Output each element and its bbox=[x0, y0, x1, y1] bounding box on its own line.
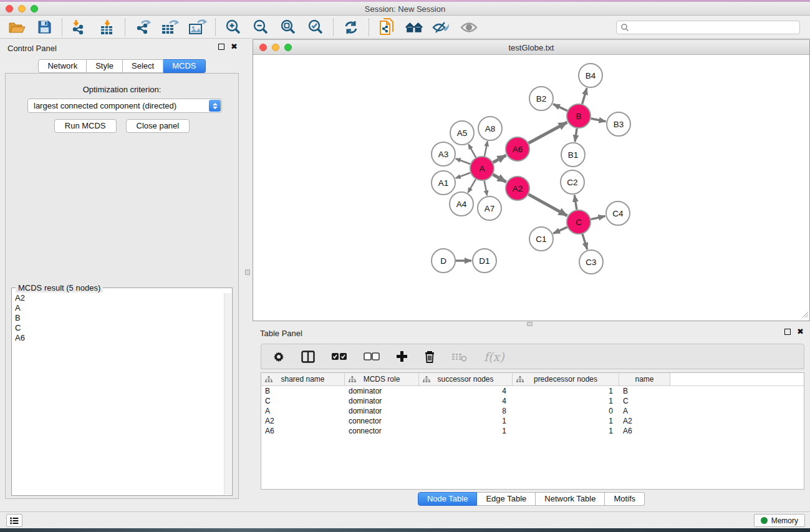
mcds-result-item[interactable]: A2 bbox=[12, 293, 224, 303]
tab-node-table[interactable]: Node Table bbox=[418, 492, 478, 506]
add-column-icon[interactable] bbox=[396, 351, 408, 362]
deselect-all-rows-icon[interactable] bbox=[364, 352, 380, 360]
close-panel-icon[interactable]: ✖ bbox=[231, 44, 238, 50]
node-A1[interactable]: A1 bbox=[432, 171, 455, 195]
import-table-button[interactable] bbox=[98, 19, 117, 36]
zoom-out-button[interactable] bbox=[251, 19, 270, 36]
zoom-in-button[interactable] bbox=[224, 19, 243, 36]
cell-MCDS-role[interactable]: connector bbox=[345, 426, 419, 436]
zoom-fit-button[interactable] bbox=[279, 19, 297, 36]
cell-successor-nodes[interactable]: 1 bbox=[419, 426, 513, 436]
open-session-button[interactable] bbox=[7, 19, 26, 36]
edge-A-A7[interactable] bbox=[485, 181, 487, 196]
node-A4[interactable]: A4 bbox=[450, 192, 473, 216]
node-B3[interactable]: B3 bbox=[607, 112, 630, 136]
edge-A-A3[interactable] bbox=[456, 158, 471, 164]
node-B1[interactable]: B1 bbox=[561, 143, 585, 167]
tab-style[interactable]: Style bbox=[87, 59, 123, 73]
cell-shared-name[interactable]: A bbox=[261, 406, 345, 416]
cell-successor-nodes[interactable]: 1 bbox=[419, 416, 513, 426]
export-image-button[interactable] bbox=[188, 19, 207, 36]
select-columns-icon[interactable] bbox=[301, 351, 315, 363]
edge-A-A1[interactable] bbox=[456, 173, 471, 178]
column-header-predecessor-nodes[interactable]: predecessor nodes bbox=[513, 373, 619, 385]
float-panel-icon[interactable] bbox=[218, 44, 224, 50]
tab-select[interactable]: Select bbox=[123, 59, 163, 73]
cell-predecessor-nodes[interactable]: 1 bbox=[513, 396, 619, 406]
mcds-result-item[interactable]: C bbox=[12, 323, 224, 333]
node-A8[interactable]: A8 bbox=[478, 117, 502, 140]
edge-B-B4[interactable] bbox=[582, 88, 587, 104]
node-B4[interactable]: B4 bbox=[579, 64, 602, 87]
edge-C-C2[interactable] bbox=[574, 195, 577, 210]
mcds-result-item[interactable]: B bbox=[12, 313, 224, 323]
edge-A-A8[interactable] bbox=[485, 142, 488, 157]
cell-name[interactable]: A2 bbox=[619, 416, 670, 426]
refresh-layout-button[interactable] bbox=[342, 19, 360, 36]
edge-A-A5[interactable] bbox=[468, 144, 476, 157]
zoom-selected-button[interactable] bbox=[306, 19, 325, 36]
edge-A-A2[interactable] bbox=[493, 175, 506, 182]
show-hide-annotations-button[interactable] bbox=[432, 19, 451, 36]
node-B[interactable]: B bbox=[567, 104, 591, 128]
mcds-result-scrollbar[interactable] bbox=[224, 293, 231, 495]
tab-network[interactable]: Network bbox=[38, 59, 87, 73]
node-A5[interactable]: A5 bbox=[450, 121, 474, 145]
edge-C-C4[interactable] bbox=[591, 216, 605, 220]
new-network-from-selection-button[interactable] bbox=[377, 19, 396, 36]
cell-MCDS-role[interactable]: connector bbox=[345, 416, 419, 426]
column-header-MCDS-role[interactable]: MCDS role bbox=[345, 373, 419, 385]
node-C4[interactable]: C4 bbox=[606, 201, 630, 225]
criterion-select[interactable]: largest connected component (directed) bbox=[27, 99, 222, 113]
cell-MCDS-role[interactable]: dominator bbox=[345, 396, 419, 406]
edge-A2-C[interactable] bbox=[529, 195, 567, 216]
table-row[interactable]: A6connector11A6 bbox=[261, 426, 804, 436]
delete-rows-trash-icon[interactable] bbox=[424, 351, 435, 363]
node-D1[interactable]: D1 bbox=[473, 249, 496, 273]
tab-motifs[interactable]: Motifs bbox=[605, 492, 645, 506]
cell-shared-name[interactable]: B bbox=[261, 386, 345, 396]
edge-A-A4[interactable] bbox=[468, 179, 476, 193]
close-table-panel-icon[interactable]: ✖ bbox=[797, 329, 804, 335]
cell-predecessor-nodes[interactable]: 1 bbox=[513, 426, 619, 436]
mcds-result-item[interactable]: A bbox=[12, 303, 224, 313]
node-A[interactable]: A bbox=[470, 157, 494, 180]
node-A2[interactable]: A2 bbox=[506, 177, 529, 200]
cell-predecessor-nodes[interactable]: 1 bbox=[513, 416, 619, 426]
column-header-successor-nodes[interactable]: successor nodes bbox=[419, 373, 513, 385]
float-table-panel-icon[interactable] bbox=[784, 329, 791, 335]
node-A3[interactable]: A3 bbox=[432, 142, 455, 166]
cell-shared-name[interactable]: A2 bbox=[261, 416, 345, 426]
close-panel-button[interactable]: Close panel bbox=[126, 119, 190, 133]
mcds-result-item[interactable]: A6 bbox=[12, 333, 224, 343]
node-C1[interactable]: C1 bbox=[529, 227, 553, 251]
edge-B-B3[interactable] bbox=[591, 118, 606, 122]
select-all-rows-icon[interactable] bbox=[331, 352, 347, 360]
edge-B-B1[interactable] bbox=[575, 128, 577, 142]
edge-A-A6[interactable] bbox=[493, 155, 506, 162]
column-header-shared-name[interactable]: shared name bbox=[261, 373, 345, 385]
panel-splitter-grip[interactable] bbox=[245, 269, 250, 275]
tab-network-table[interactable]: Network Table bbox=[536, 492, 605, 506]
cell-predecessor-nodes[interactable]: 1 bbox=[513, 386, 619, 396]
tab-edge-table[interactable]: Edge Table bbox=[477, 492, 536, 506]
table-row[interactable]: Bdominator41B bbox=[261, 386, 804, 396]
cell-predecessor-nodes[interactable]: 0 bbox=[513, 406, 619, 416]
import-network-button[interactable] bbox=[70, 19, 89, 36]
cell-successor-nodes[interactable]: 4 bbox=[419, 396, 513, 406]
edge-C-C3[interactable] bbox=[582, 234, 587, 249]
cell-MCDS-role[interactable]: dominator bbox=[345, 406, 419, 416]
export-network-button[interactable] bbox=[133, 19, 152, 36]
node-C2[interactable]: C2 bbox=[561, 170, 584, 194]
home-layout-button[interactable] bbox=[405, 19, 423, 36]
table-row[interactable]: A2connector11A2 bbox=[261, 416, 804, 426]
node-A7[interactable]: A7 bbox=[478, 196, 501, 220]
cell-name[interactable]: A6 bbox=[619, 426, 670, 436]
cell-name[interactable]: C bbox=[619, 396, 670, 406]
edge-B-B2[interactable] bbox=[553, 104, 567, 111]
show-graphics-details-button[interactable] bbox=[460, 19, 478, 36]
edge-C-C1[interactable] bbox=[553, 227, 567, 233]
cell-name[interactable]: A bbox=[619, 406, 670, 416]
cell-shared-name[interactable]: C bbox=[261, 396, 345, 406]
task-history-button[interactable] bbox=[6, 514, 22, 527]
